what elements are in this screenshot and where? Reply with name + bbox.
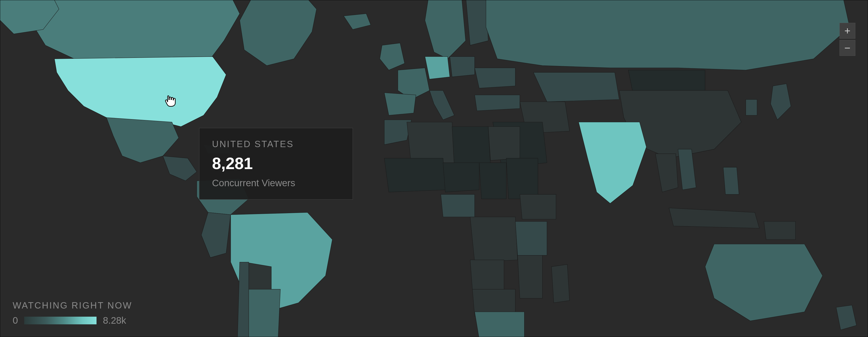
country-mexico[interactable] <box>106 118 179 163</box>
country-thailand[interactable] <box>655 154 678 192</box>
country-norway-sweden[interactable] <box>425 0 466 59</box>
country-russia[interactable] <box>486 0 850 70</box>
country-niger[interactable] <box>443 163 479 192</box>
country-turkey[interactable] <box>475 95 520 111</box>
zoom-out-button[interactable]: − <box>839 40 855 56</box>
country-kazakhstan[interactable] <box>533 72 619 102</box>
country-finland[interactable] <box>466 0 488 45</box>
legend-min: 0 <box>13 315 18 326</box>
country-india[interactable] <box>579 122 647 204</box>
country-ukraine[interactable] <box>475 68 515 88</box>
analytics-map-panel: UNITED STATES 8,281 Concurrent Viewers +… <box>0 0 868 337</box>
tooltip-country-name: UNITED STATES <box>212 139 337 149</box>
country-libya[interactable] <box>452 127 491 167</box>
legend: WATCHING RIGHT NOW 0 8.28k <box>13 300 132 326</box>
country-uk[interactable] <box>380 43 405 70</box>
legend-max: 8.28k <box>103 315 126 326</box>
country-central-america[interactable] <box>163 156 197 181</box>
country-newzealand[interactable] <box>836 305 857 330</box>
tooltip-value: 8,281 <box>212 154 337 173</box>
country-madagascar[interactable] <box>552 265 569 303</box>
country-mauritania-mali[interactable] <box>384 158 445 192</box>
country-png[interactable] <box>764 221 796 240</box>
world-map[interactable] <box>0 0 868 337</box>
country-indonesia[interactable] <box>669 208 759 228</box>
country-chad[interactable] <box>479 163 506 199</box>
country-drc[interactable] <box>470 217 518 262</box>
legend-title: WATCHING RIGHT NOW <box>13 300 132 311</box>
country-spain[interactable] <box>384 93 416 115</box>
country-germany[interactable] <box>425 57 450 79</box>
country-south-africa[interactable] <box>475 312 524 337</box>
country-tanzania-kenya[interactable] <box>515 221 547 255</box>
country-philippines[interactable] <box>723 167 739 194</box>
country-egypt[interactable] <box>488 127 520 160</box>
country-italy[interactable] <box>430 90 454 120</box>
country-tooltip: UNITED STATES 8,281 Concurrent Viewers <box>199 128 353 200</box>
country-ethiopia[interactable] <box>520 194 556 219</box>
country-mongolia[interactable] <box>628 70 705 93</box>
country-korea[interactable] <box>746 99 757 115</box>
country-japan[interactable] <box>771 84 791 120</box>
country-poland[interactable] <box>450 57 475 77</box>
country-united-states[interactable] <box>55 57 226 127</box>
zoom-in-button[interactable]: + <box>839 23 855 39</box>
country-peru[interactable] <box>202 212 231 258</box>
country-greenland[interactable] <box>240 0 316 66</box>
country-vietnam[interactable] <box>678 149 696 190</box>
country-iceland[interactable] <box>344 13 371 29</box>
country-sudan[interactable] <box>506 158 538 199</box>
country-angola[interactable] <box>470 260 504 289</box>
country-australia[interactable] <box>705 244 823 321</box>
country-nigeria[interactable] <box>441 194 475 217</box>
country-mozambique[interactable] <box>518 255 542 298</box>
legend-gradient <box>24 317 96 324</box>
zoom-controls: + − <box>839 23 855 56</box>
tooltip-metric-label: Concurrent Viewers <box>212 178 337 188</box>
